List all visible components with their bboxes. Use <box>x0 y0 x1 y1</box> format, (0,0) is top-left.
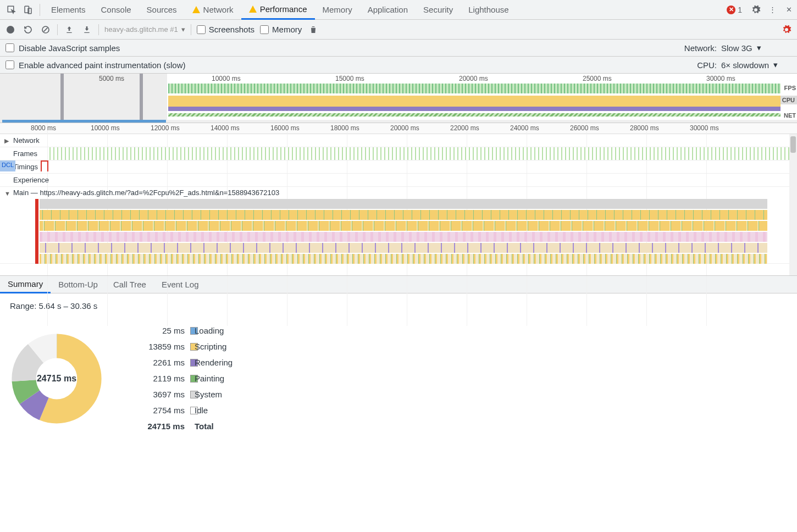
ruler-tick: 30000 ms <box>690 124 719 132</box>
enable-paint-instrumentation-checkbox[interactable]: Enable advanced paint instrumentation (s… <box>0 57 191 73</box>
tab-console[interactable]: Console <box>93 0 139 20</box>
legend-value: 25 ms <box>130 326 185 335</box>
load-profile-button[interactable] <box>63 24 75 36</box>
inspect-icon[interactable] <box>3 2 20 18</box>
legend-value: 2261 ms <box>130 358 185 367</box>
capture-settings-button[interactable] <box>781 24 793 36</box>
device-toggle-icon[interactable] <box>20 2 36 18</box>
overview-fps-band <box>168 84 781 93</box>
ruler-tick: 12000 ms <box>151 124 180 132</box>
legend-value: 2119 ms <box>130 374 185 383</box>
legend-name: Idle <box>195 406 283 415</box>
performance-toolbar: heavy-ads.glitch.me #1 ▾ Screenshots Mem… <box>0 20 797 40</box>
overview-tick: 30000 ms <box>706 75 735 82</box>
overview-tick: 5000 ms <box>99 75 124 82</box>
ruler-tick: 18000 ms <box>330 124 359 132</box>
chevron-down-icon: ▾ <box>773 60 778 70</box>
close-icon[interactable]: ✕ <box>781 2 797 18</box>
overview-tick: 15000 ms <box>335 75 364 82</box>
summary-panel: Range: 5.64 s – 30.36 s 24715 ms 25 msLo… <box>0 293 797 439</box>
ruler-tick: 24000 ms <box>510 124 539 132</box>
legend-name: Painting <box>195 374 283 383</box>
ruler-tick: 20000 ms <box>390 124 419 132</box>
overview-tick: 10000 ms <box>212 75 241 82</box>
legend-total-label: Total <box>195 422 283 431</box>
legend-name: Scripting <box>195 342 283 351</box>
timing-marker[interactable] <box>41 160 48 171</box>
tab-bottom-up[interactable]: Bottom-Up <box>51 276 106 293</box>
capture-options-row-1: Disable JavaScript samples Network: Slow… <box>0 40 797 57</box>
devtools-tabbar: Elements Console Sources Network Perform… <box>0 0 797 20</box>
overview-tick: 20000 ms <box>459 75 488 82</box>
overview-handle-left[interactable] <box>60 74 64 123</box>
network-throttle-select[interactable]: Slow 3G ▾ <box>721 43 787 53</box>
ruler-tick: 14000 ms <box>211 124 240 132</box>
overview-cpu-label: CPU <box>781 97 796 103</box>
divider <box>40 4 40 16</box>
more-icon[interactable]: ⋮ <box>764 2 781 18</box>
memory-checkbox[interactable]: Memory <box>260 25 302 34</box>
legend-value: 13859 ms <box>130 342 185 351</box>
tab-call-tree[interactable]: Call Tree <box>106 276 154 293</box>
cpu-throttle-label: CPU: <box>697 60 717 70</box>
error-icon: ✕ <box>727 5 735 14</box>
reload-record-button[interactable] <box>22 24 34 36</box>
donut-chart: 24715 ms <box>10 332 103 425</box>
recording-selector[interactable]: heavy-ads.glitch.me #1 ▾ <box>104 25 185 34</box>
overview-pane[interactable]: 5000 ms10000 ms15000 ms20000 ms25000 ms3… <box>0 74 797 123</box>
summary-legend: 25 msLoading13859 msScripting2261 msRend… <box>130 326 283 431</box>
tab-performance[interactable]: Performance <box>241 0 315 20</box>
clear-button[interactable] <box>40 24 52 36</box>
legend-total-value: 24715 ms <box>130 422 185 431</box>
save-profile-button[interactable] <box>81 24 93 36</box>
ruler-tick: 8000 ms <box>31 124 56 132</box>
legend-value: 3697 ms <box>130 390 185 399</box>
screenshots-checkbox[interactable]: Screenshots <box>197 25 254 34</box>
tab-security[interactable]: Security <box>416 0 461 20</box>
warning-icon <box>192 6 200 13</box>
track-experience[interactable]: Experience <box>0 174 797 187</box>
dcl-marker[interactable]: DCL <box>0 160 15 171</box>
tab-sources[interactable]: Sources <box>139 0 185 20</box>
tab-event-log[interactable]: Event Log <box>154 276 207 293</box>
track-frames[interactable]: Frames <box>0 147 797 160</box>
track-timings[interactable]: DCL Timings <box>0 160 797 174</box>
overview-net-band <box>168 113 781 117</box>
legend-name: Rendering <box>195 358 283 367</box>
error-count-badge[interactable]: ✕ 1 <box>727 5 742 14</box>
network-throttle-label: Network: <box>684 43 717 53</box>
timeline-ruler[interactable]: 8000 ms10000 ms12000 ms14000 ms16000 ms1… <box>0 123 797 134</box>
frames-band <box>49 147 789 160</box>
legend-value: 2754 ms <box>130 406 185 415</box>
cpu-throttle-select[interactable]: 6× slowdown ▾ <box>721 60 787 70</box>
ruler-tick: 28000 ms <box>630 124 659 132</box>
range-label: Range: 5.64 s – 30.36 s <box>10 301 787 311</box>
flame-chart-tracks[interactable]: ▶ Network Frames DCL Timings Experience … <box>0 134 797 276</box>
ruler-tick: 22000 ms <box>450 124 479 132</box>
vertical-scrollbar[interactable] <box>789 134 797 275</box>
tab-elements[interactable]: Elements <box>43 0 93 20</box>
expand-icon[interactable]: ▶ <box>4 137 9 145</box>
ruler-tick: 16000 ms <box>270 124 300 132</box>
capture-options-row-2: Enable advanced paint instrumentation (s… <box>0 57 797 74</box>
chevron-down-icon: ▾ <box>757 43 761 53</box>
tab-network[interactable]: Network <box>185 0 241 20</box>
tab-summary[interactable]: Summary <box>0 276 51 293</box>
record-button[interactable] <box>4 24 16 36</box>
gc-button[interactable] <box>307 24 319 36</box>
legend-name: Loading <box>195 326 283 335</box>
overview-handle-right[interactable] <box>140 74 143 123</box>
track-main[interactable]: ▼ Main — https://heavy-ads.glitch.me/?ad… <box>0 187 797 264</box>
overview-tick: 25000 ms <box>583 75 612 82</box>
disable-js-samples-checkbox[interactable]: Disable JavaScript samples <box>0 40 125 56</box>
tab-lighthouse[interactable]: Lighthouse <box>461 0 516 20</box>
main-flame-chart[interactable] <box>0 199 789 264</box>
track-network[interactable]: ▶ Network <box>0 134 797 147</box>
chevron-down-icon: ▾ <box>181 25 185 34</box>
tab-application[interactable]: Application <box>360 0 416 20</box>
settings-icon[interactable] <box>748 2 764 18</box>
collapse-icon[interactable]: ▼ <box>4 190 10 197</box>
ruler-tick: 10000 ms <box>91 124 120 132</box>
tab-memory[interactable]: Memory <box>315 0 360 20</box>
ruler-tick: 26000 ms <box>570 124 599 132</box>
